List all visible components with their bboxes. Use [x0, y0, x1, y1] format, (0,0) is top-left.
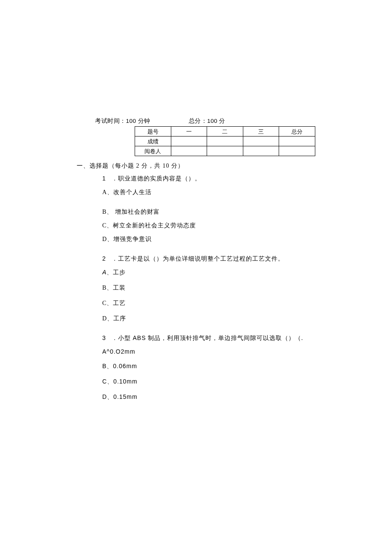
exam-score: 总分：100 分 — [189, 117, 225, 125]
option-c: C、0.10mm — [102, 378, 315, 386]
exam-info-line: 考试时间：100 分钟 总分：100 分 — [95, 117, 315, 125]
question-body-p1: ．小型 — [112, 335, 133, 341]
exam-score-value: 100 分 — [207, 118, 225, 124]
exam-time-label: 考试时间： — [95, 118, 126, 124]
table-row: 阅卷人 — [135, 146, 315, 156]
question-number: 2 — [102, 255, 112, 262]
option-a: A、工步 — [102, 269, 315, 276]
cell-c3 — [243, 137, 279, 146]
cell-total — [279, 146, 315, 156]
cell-c1 — [171, 137, 207, 146]
cell-c2 — [207, 146, 243, 156]
option-d: D、0.15mm — [102, 393, 315, 401]
question-1: 1．职业道德的实质内容是（）。 A、改善个人生活 B、 增加社会的财富 C、树立… — [102, 175, 315, 243]
option-a: A、改善个人生活 — [102, 189, 315, 196]
option-a-letter: A — [102, 269, 107, 276]
section-1-title: 一、选择题（每小题 2 分，共 10 分） — [77, 162, 315, 170]
option-a: A^0.O2mm — [102, 348, 315, 355]
cell-c2 — [207, 137, 243, 146]
exam-time-value: 100 分钟 — [126, 118, 150, 124]
cell-c3: 三 — [243, 127, 279, 137]
question-3: 3．小型 ABS 制品，利用顶针排气时，单边排气间隙可以选取（）（. A^0.O… — [102, 334, 315, 401]
cell-c1: 一 — [171, 127, 207, 137]
option-b: B、工装 — [102, 284, 315, 292]
question-1-text: 1．职业道德的实质内容是（）。 — [102, 175, 315, 183]
question-3-text: 3．小型 ABS 制品，利用顶针排气时，单边排气间隙可以选取（）（. — [102, 334, 315, 342]
exam-score-label: 总分： — [189, 118, 208, 124]
question-2-text: 2．工艺卡是以（）为单位详细说明整个工艺过程的工艺文件。 — [102, 255, 315, 263]
cell-c3 — [243, 146, 279, 156]
cell-c1 — [171, 146, 207, 156]
table-row: 题号 一 二 三 总分 — [135, 127, 315, 137]
score-table: 题号 一 二 三 总分 成绩 阅卷人 — [135, 126, 315, 156]
option-a-text: 、工步 — [107, 269, 126, 276]
question-number: 1 — [102, 175, 112, 182]
question-body: ．职业道德的实质内容是（）。 — [112, 175, 201, 182]
question-body: ．工艺卡是以（）为单位详细说明整个工艺过程的工艺文件。 — [112, 256, 284, 262]
option-b: B、0.06mm — [102, 363, 315, 370]
question-body-abs: ABS — [133, 334, 146, 341]
exam-time: 考试时间：100 分钟 — [95, 117, 150, 125]
option-b: B、 增加社会的财富 — [102, 208, 315, 216]
option-d: D、增强竞争意识 — [102, 235, 315, 243]
question-body-p2: 制品，利用顶针排气时，单边排气间隙可以选取（）（. — [146, 335, 303, 341]
question-number: 3 — [102, 334, 112, 341]
table-row: 成绩 — [135, 137, 315, 146]
option-c: C、树立全新的社会主义劳动态度 — [102, 222, 315, 230]
cell-c2: 二 — [207, 127, 243, 137]
cell-total — [279, 137, 315, 146]
cell-label: 阅卷人 — [135, 146, 171, 156]
cell-total: 总分 — [279, 127, 315, 137]
cell-label: 题号 — [135, 127, 171, 137]
cell-label: 成绩 — [135, 137, 171, 146]
option-d: D、工序 — [102, 315, 315, 323]
question-2: 2．工艺卡是以（）为单位详细说明整个工艺过程的工艺文件。 A、工步 B、工装 C… — [102, 255, 315, 323]
option-c: C、工艺 — [102, 299, 315, 307]
